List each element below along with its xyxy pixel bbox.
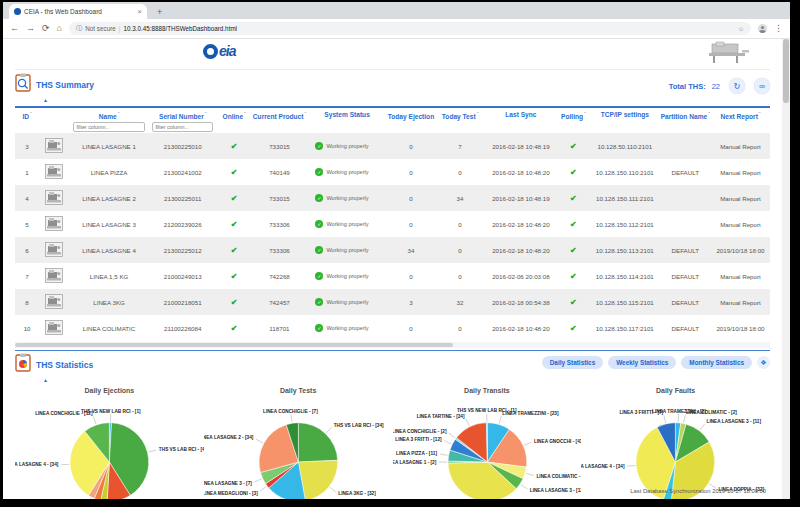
- cell-polling: ✔: [557, 237, 590, 263]
- sort-caret-icon[interactable]: ˆ: [118, 111, 120, 117]
- sort-caret-icon[interactable]: ˆ: [477, 111, 479, 117]
- daily-statistics-button[interactable]: Daily Statistics: [542, 356, 603, 369]
- table-horizontal-scrollbar[interactable]: [15, 342, 770, 348]
- chart-options-button[interactable]: ❖: [757, 356, 770, 369]
- cell-tcpip: 10.128.150.114:2101: [590, 263, 660, 289]
- cell-product: 742268: [252, 263, 308, 289]
- column-header-today-ejection[interactable]: Today Ejectionˆ: [387, 107, 435, 133]
- cell-last-sync: 2016-02-06 20:03:08: [485, 263, 557, 289]
- column-header-serial-number[interactable]: Serial Numberˆ: [149, 107, 217, 133]
- scrollbar-thumb[interactable]: [15, 343, 453, 347]
- address-bar[interactable]: ⓘ Not secure | 10.3.0.45:8888/THSWebDash…: [69, 22, 751, 35]
- cell-next-report: Manual Report: [711, 211, 770, 237]
- slice-label: LINEA LASAGNE 1 - [2]: [393, 460, 437, 465]
- cell-next-report: 2019/10/18 18:00: [711, 315, 770, 341]
- monthly-statistics-button[interactable]: Monthly Statistics: [681, 356, 752, 369]
- chart-title: Daily Ejections: [15, 387, 204, 394]
- column-header-current-product[interactable]: Current Productˆ: [252, 107, 308, 133]
- cell-last-sync: 2016-02-18 00:54:38: [485, 289, 557, 315]
- label-leader-line: [520, 485, 527, 489]
- new-tab-button[interactable]: +: [157, 7, 162, 17]
- cell-product: 118701: [252, 315, 308, 341]
- page-vertical-scrollbar[interactable]: [782, 39, 790, 499]
- sort-caret-icon[interactable]: ˆ: [30, 111, 32, 117]
- slice-label: LINEA COLIMATIC - [2]: [686, 410, 737, 415]
- cell-name: LINEA LASAGNE 4: [69, 237, 148, 263]
- home-icon[interactable]: ⌂: [57, 24, 62, 33]
- table-row[interactable]: 5LINEA LASAGNE 321200239026✔733306✓Worki…: [15, 211, 770, 237]
- slice-label: LINEA LASAGNE 3 - [11]: [707, 419, 762, 424]
- cell-id: 5: [15, 211, 39, 237]
- sort-caret-icon[interactable]: ˆ: [708, 111, 710, 117]
- green-check-icon: ✔: [231, 324, 238, 333]
- weekly-statistics-button[interactable]: Weekly Statistics: [608, 356, 676, 369]
- column-header-name[interactable]: Nameˆ: [69, 107, 148, 133]
- scrollbar-thumb[interactable]: [783, 39, 789, 103]
- column-header-polling[interactable]: Pollingˆ: [557, 107, 590, 133]
- filter-input[interactable]: [152, 122, 213, 132]
- browser-tab[interactable]: CEIA - ths Web Dashboard ×: [9, 4, 147, 19]
- bookmark-star-icon[interactable]: ☆: [738, 25, 744, 32]
- chart-title: Daily Faults: [581, 387, 770, 394]
- cell-product: 733015: [252, 185, 308, 211]
- sort-caret-icon[interactable]: ˆ: [205, 111, 207, 117]
- cell-name: LINEA 1,5 KG: [69, 263, 148, 289]
- favicon-icon: [14, 8, 21, 15]
- column-header-today-test[interactable]: Today Testˆ: [435, 107, 485, 133]
- cell-next-report: Manual Report: [711, 263, 770, 289]
- statistics-clipboard-icon: [15, 353, 32, 376]
- table-row[interactable]: 1LINEA PIZZA21300241002✔740149✓Working p…: [15, 159, 770, 185]
- summary-collapse-icon[interactable]: ▲: [43, 97, 94, 103]
- column-header-id[interactable]: IDˆ: [15, 107, 39, 133]
- table-row[interactable]: 4LINEA LASAGNE 221300225011✔733015✓Worki…: [15, 185, 770, 211]
- machine-thumbnail: [39, 237, 69, 263]
- cell-id: 8: [15, 289, 39, 315]
- statistics-section-header: THS Statistics ▲ Daily StatisticsWeekly …: [15, 351, 770, 383]
- slice-label: LINEA 3KG - [32]: [338, 492, 376, 497]
- table-row[interactable]: 3LINEA LASAGNE 121300225010✔733015✓Worki…: [15, 133, 770, 159]
- column-header-online[interactable]: Onlineˆ: [217, 107, 252, 133]
- table-row[interactable]: 10LINEA COLIMATIC21100226084✔118701✓Work…: [15, 315, 770, 341]
- column-label: Online: [223, 113, 244, 120]
- forward-icon[interactable]: →: [26, 24, 35, 33]
- machine-thumbnail: [39, 159, 69, 185]
- cell-polling: ✔: [557, 133, 590, 159]
- sort-caret-icon[interactable]: ˆ: [584, 111, 586, 117]
- cell-online: ✔: [217, 133, 252, 159]
- cell-online: ✔: [217, 159, 252, 185]
- cell-partition: [660, 185, 711, 211]
- slice-label: LINEA 3 FRITTI - [7]: [620, 410, 664, 415]
- status-ok-icon: ✓: [315, 168, 323, 176]
- refresh-button[interactable]: ↻: [729, 78, 745, 94]
- sort-caret-icon[interactable]: ˆ: [244, 111, 246, 117]
- column-header-system-status: System Status: [307, 107, 386, 133]
- table-row[interactable]: 7LINEA 1,5 KG21000249013✔742268✓Working …: [15, 263, 770, 289]
- browser-toolbar: ← → ⟳ ⌂ ⓘ Not secure | 10.3.0.45:8888/TH…: [3, 19, 790, 39]
- sort-caret-icon[interactable]: ˆ: [759, 111, 761, 117]
- menu-dots-icon[interactable]: ⋮: [774, 24, 783, 33]
- cell-name: LINEA PIZZA: [69, 159, 148, 185]
- filter-input[interactable]: [73, 122, 144, 132]
- label-leader-line: [439, 454, 447, 455]
- info-icon[interactable]: ⓘ: [76, 24, 82, 33]
- cell-test: 0: [435, 315, 485, 341]
- cell-serial: 21100226084: [149, 315, 217, 341]
- statistics-title: THS Statistics: [36, 360, 93, 370]
- tab-strip: CEIA - ths Web Dashboard × +: [3, 2, 790, 19]
- cell-last-sync: 2016-02-18 10:48:20: [485, 315, 557, 341]
- column-header-next-report[interactable]: Next Reportˆ: [711, 107, 770, 133]
- view-all-button[interactable]: ∞: [754, 78, 770, 94]
- reload-icon[interactable]: ⟳: [42, 24, 50, 33]
- cell-partition: DEFAULT: [660, 159, 711, 185]
- sort-caret-icon[interactable]: ˆ: [304, 111, 306, 117]
- cell-status: ✓Working properly: [307, 237, 386, 263]
- table-row[interactable]: 6LINEA LASAGNE 421300225012✔733306✓Worki…: [15, 237, 770, 263]
- label-leader-line: [448, 433, 454, 438]
- table-row[interactable]: 8LINEA 3KG21000218051✔742457✓Working pro…: [15, 289, 770, 315]
- slice-label: LINEA LASAGNE 2 - [34]: [204, 436, 254, 441]
- cell-online: ✔: [217, 315, 252, 341]
- back-icon[interactable]: ←: [10, 24, 19, 33]
- tab-close-icon[interactable]: ×: [137, 7, 142, 16]
- column-header-partition-name[interactable]: Partition Nameˆ: [660, 107, 711, 133]
- profile-icon[interactable]: [758, 24, 767, 33]
